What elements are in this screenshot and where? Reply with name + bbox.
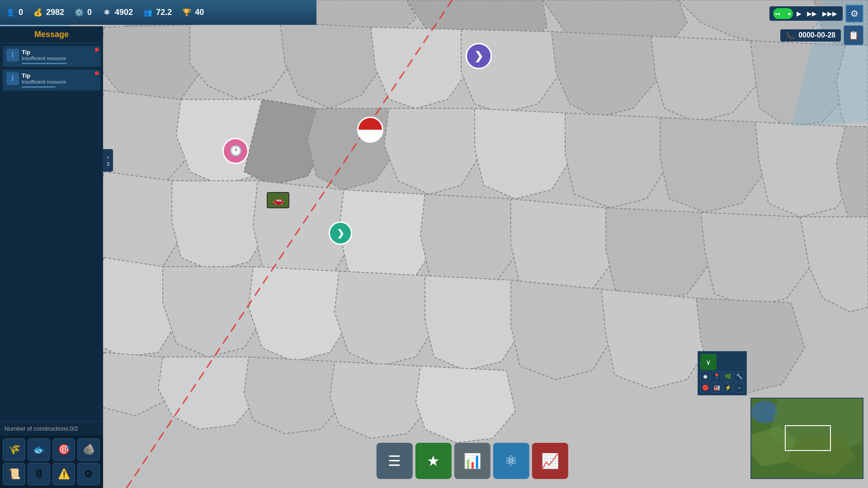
top-bar: 👤 0 💰 2982 ⚙️ 0 ⚛ 4902 👥 72.2 🏆 40 (0, 0, 316, 25)
stat-industry: ⚙️ 0 (73, 7, 92, 19)
energy-icon: ⚛ (101, 7, 113, 19)
barrel-button[interactable]: 🛢 (28, 463, 50, 485)
population-value: 0 (19, 8, 23, 17)
game-map[interactable]: ❯ 🕐 ❯ 🚗 (0, 0, 868, 488)
map-marker-3[interactable]: 🕐 (222, 138, 249, 164)
settings-button[interactable]: ⚙ (845, 5, 863, 23)
trophy-icon: 🏆 (181, 7, 193, 19)
mm-filter-5[interactable]: 🔴 (700, 383, 710, 393)
message-desc-1: Insufficient resource (22, 56, 97, 61)
fast-forward-button[interactable]: ▶▶ (805, 9, 819, 18)
chart-button[interactable]: 📊 (454, 443, 491, 479)
message-title-1: Tip (22, 49, 97, 56)
top-right-controls: ●● ▶ ▶ ▶▶ ▶▶▶ ⚙ 📞 0000-00-28 📋 (769, 5, 863, 45)
people-icon: 👥 (142, 7, 154, 19)
energy-value: 4902 (115, 8, 133, 17)
fish-button[interactable]: 🐟 (28, 438, 50, 461)
gold-icon: 💰 (32, 7, 44, 19)
message-list: i Tip Insufficient resource i Tip Insuff… (0, 43, 103, 421)
collapse-icon: ‹ (107, 154, 109, 160)
stone-button[interactable]: 🪨 (77, 438, 100, 461)
panel-collapse-button[interactable]: ‹ 3 (103, 149, 113, 172)
action-bar: ☰ ★ 📊 ⚛ 📈 (377, 443, 568, 479)
message-content-2: Tip Insufficient resource (22, 72, 97, 88)
mm-filter-3[interactable]: 🌿 (723, 371, 733, 381)
gold-value: 2982 (46, 8, 64, 17)
message-icon-2: i (6, 72, 19, 85)
constructions-label: Number of constructions:0/2 (0, 421, 103, 436)
tank-unit[interactable]: 🚗 (267, 192, 289, 208)
message-icon-1: i (6, 49, 19, 61)
alert-button[interactable]: ⚠️ (52, 463, 75, 485)
message-item-1[interactable]: i Tip Insufficient resource (3, 46, 100, 67)
industry-value: 0 (87, 8, 92, 17)
mm-filter-7[interactable]: ⚡ (723, 383, 733, 393)
mm-filter-8[interactable]: → (734, 383, 744, 393)
message-dot-1 (95, 48, 99, 52)
map-marker-1[interactable]: ❯ (466, 43, 492, 69)
mm-filter-1[interactable]: ◉ (700, 371, 710, 381)
message-progress-1 (22, 63, 67, 64)
message-content-1: Tip Insufficient resource (22, 49, 97, 64)
date-display: 📞 0000-00-28 (780, 29, 841, 42)
atom-button[interactable]: ⚛ (493, 443, 529, 479)
mm-filter-2[interactable]: 📍 (712, 371, 722, 381)
play-button[interactable]: ▶ (795, 9, 803, 18)
population-icon: 👤 (5, 7, 16, 19)
resource-icons-grid: 🌾 🐟 🎯 🪨 📜 🛢 ⚠️ ⚙ (0, 436, 103, 488)
stat-trophy: 🏆 40 (181, 7, 204, 19)
minimap-expand-button[interactable]: ∨ (700, 354, 717, 370)
notes-button[interactable]: 📋 (844, 25, 863, 45)
growth-button[interactable]: 📈 (532, 443, 568, 479)
mm-filter-4[interactable]: 🔧 (734, 371, 744, 381)
stat-gold: 💰 2982 (32, 7, 64, 19)
stat-energy: ⚛ 4902 (101, 7, 133, 19)
speed-controls: ●● ▶ ▶ ▶▶ ▶▶▶ (769, 6, 843, 21)
scroll-button[interactable]: 📜 (3, 463, 25, 485)
trophy-value: 40 (195, 8, 204, 17)
left-panel: Message i Tip Insufficient resource i Ti… (0, 26, 103, 488)
people-value: 72.2 (156, 8, 172, 17)
date-value: 0000-00-28 (798, 31, 835, 39)
wheat-button[interactable]: 🌾 (3, 438, 25, 461)
mm-filter-6[interactable]: 🏭 (712, 383, 722, 393)
gear-resource-button[interactable]: ⚙ (77, 463, 100, 485)
stat-population: 👤 0 (5, 7, 23, 19)
map-marker-2[interactable] (357, 117, 383, 143)
star-button[interactable]: ★ (415, 443, 452, 479)
message-dot-2 (95, 71, 99, 75)
message-item-2[interactable]: i Tip Insufficient resource (3, 70, 100, 90)
target-button[interactable]: 🎯 (52, 438, 75, 461)
phone-icon: 📞 (786, 31, 795, 40)
stat-people: 👥 72.2 (142, 7, 172, 19)
message-desc-2: Insufficient resource (22, 79, 97, 84)
industry-icon: ⚙️ (73, 7, 85, 19)
list-button[interactable]: ☰ (377, 443, 413, 479)
minimap[interactable] (750, 398, 863, 479)
message-progress-2 (22, 86, 56, 88)
message-panel-title: Message (0, 26, 103, 43)
message-title-2: Tip (22, 72, 97, 79)
map-marker-4[interactable]: ❯ (329, 221, 352, 245)
faster-forward-button[interactable]: ▶▶▶ (821, 9, 839, 18)
minimap-controls-panel: ∨ ◉ 📍 🌿 🔧 🔴 🏭 ⚡ → (698, 351, 747, 395)
pause-toggle[interactable]: ●● ▶ (773, 8, 793, 19)
collapse-number: 3 (107, 161, 109, 167)
